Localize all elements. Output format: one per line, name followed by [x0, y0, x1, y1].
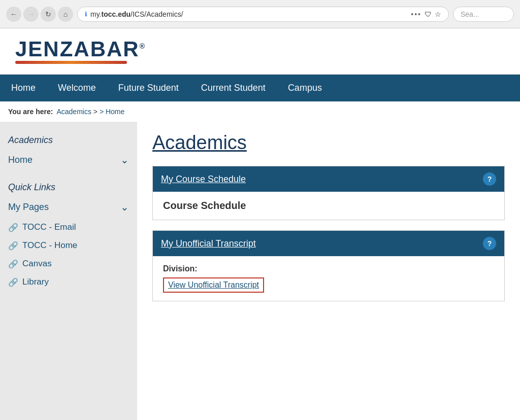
link-icon-email: 🔗: [8, 223, 18, 232]
back-button[interactable]: ←: [6, 7, 21, 22]
search-bar[interactable]: Sea...: [453, 7, 514, 22]
widget-unofficial-transcript-body: Division: View Unofficial Transcript: [153, 256, 504, 301]
logo-text: JENZABAR: [15, 37, 140, 61]
sidebar-home-label: Home: [8, 155, 32, 165]
browser-chrome: ← → ↻ ⌂ ℹ my.tocc.edu/ICS/Academics/ •••…: [0, 0, 520, 28]
chevron-down-icon-mypages: ⌄: [120, 201, 129, 213]
breadcrumb-prefix: You are here:: [8, 108, 53, 116]
sidebar-link-tocc-home[interactable]: 🔗 TOCC - Home: [0, 236, 137, 255]
sidebar-section-academics: Academics: [0, 130, 137, 149]
widget-course-schedule: My Course Schedule ? Course Schedule: [152, 166, 505, 220]
content-wrapper: Academics Home ⌄ Quick Links My Pages ⌄ …: [0, 122, 520, 420]
widget-unofficial-transcript-title[interactable]: My Unofficial Transcript: [161, 238, 256, 249]
widget-course-schedule-help[interactable]: ?: [483, 172, 496, 186]
nav-buttons: ← → ↻ ⌂: [6, 7, 73, 22]
sidebar: Academics Home ⌄ Quick Links My Pages ⌄ …: [0, 122, 137, 420]
division-label: Division:: [163, 264, 494, 273]
sidebar-item-home[interactable]: Home ⌄: [0, 149, 137, 171]
sidebar-link-label-email: TOCC - Email: [22, 222, 76, 232]
info-icon: ℹ: [85, 11, 87, 18]
sidebar-item-mypages[interactable]: My Pages ⌄: [0, 196, 137, 218]
shield-icon: 🛡: [425, 10, 432, 18]
widget-unofficial-transcript-header: My Unofficial Transcript ?: [153, 231, 504, 256]
nav-current-student[interactable]: Current Student: [190, 75, 277, 101]
more-icon[interactable]: •••: [411, 10, 421, 18]
home-button[interactable]: ⌂: [58, 7, 73, 22]
sidebar-divider: [0, 171, 137, 177]
sidebar-mypages-label: My Pages: [8, 202, 49, 213]
view-unofficial-transcript-link[interactable]: View Unofficial Transcript: [163, 277, 264, 293]
forward-button[interactable]: →: [23, 7, 39, 22]
breadcrumb-academics[interactable]: Academics: [56, 108, 91, 116]
nav-home[interactable]: Home: [0, 75, 47, 101]
refresh-button[interactable]: ↻: [41, 7, 56, 22]
sidebar-link-library[interactable]: 🔗 Library: [0, 273, 137, 291]
widget-unofficial-transcript: My Unofficial Transcript ? Division: Vie…: [152, 230, 505, 301]
link-icon-home: 🔗: [8, 241, 18, 251]
sidebar-link-label-library: Library: [22, 277, 49, 287]
logo: JENZABAR®: [15, 39, 505, 60]
link-icon-canvas: 🔗: [8, 259, 18, 269]
site-header: JENZABAR®: [0, 28, 520, 75]
sidebar-link-label-home: TOCC - Home: [22, 240, 77, 251]
widget-course-schedule-title[interactable]: My Course Schedule: [161, 174, 246, 185]
main-nav: Home Welcome Future Student Current Stud…: [0, 75, 520, 101]
address-bar[interactable]: ℹ my.tocc.edu/ICS/Academics/ ••• 🛡 ☆: [77, 7, 449, 22]
sidebar-link-canvas[interactable]: 🔗 Canvas: [0, 255, 137, 273]
breadcrumb: You are here: Academics > > Home: [0, 101, 520, 122]
sidebar-section-quicklinks: Quick Links: [0, 177, 137, 196]
logo-underline: [15, 61, 127, 64]
page-title: Academics: [152, 132, 505, 154]
logo-registered: ®: [140, 42, 146, 50]
browser-actions: Sea...: [453, 7, 514, 22]
widget-unofficial-transcript-help[interactable]: ?: [483, 237, 496, 250]
nav-future-student[interactable]: Future Student: [107, 75, 190, 101]
widget-course-schedule-body: Course Schedule: [153, 192, 504, 220]
star-icon[interactable]: ☆: [435, 10, 441, 18]
nav-welcome[interactable]: Welcome: [47, 75, 107, 101]
link-icon-library: 🔗: [8, 277, 18, 287]
url-text: my.tocc.edu/ICS/Academics/: [90, 10, 183, 18]
course-schedule-body-title: Course Schedule: [163, 200, 494, 212]
breadcrumb-separator: >: [93, 108, 100, 116]
nav-campus[interactable]: Campus: [277, 75, 333, 101]
breadcrumb-home[interactable]: > Home: [100, 108, 124, 116]
main-content: Academics My Course Schedule ? Course Sc…: [137, 122, 520, 420]
sidebar-link-label-canvas: Canvas: [22, 259, 52, 269]
widget-course-schedule-header: My Course Schedule ?: [153, 166, 504, 192]
sidebar-link-tocc-email[interactable]: 🔗 TOCC - Email: [0, 218, 137, 236]
chevron-down-icon: ⌄: [120, 154, 129, 166]
